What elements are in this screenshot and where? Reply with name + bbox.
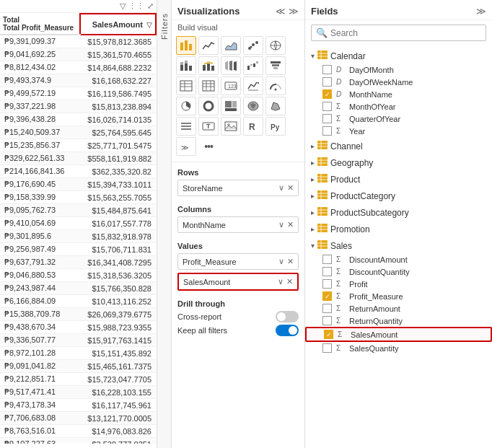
viz-rows-section: Rows StoreName ∨ ✕ [172,165,304,202]
column-filter-icon[interactable]: ▽ [146,21,152,29]
table-icon[interactable] [176,76,196,95]
python-icon[interactable]: Py [265,117,286,136]
bar-chart-icon[interactable] [176,36,196,55]
filled-map-icon[interactable] [243,97,263,115]
values-profit-box[interactable]: Profit_Measure ∨ ✕ [177,253,299,270]
columns-chevron-icon[interactable]: ∨ [278,220,284,229]
columns-field-box[interactable]: MonthName ∨ ✕ [177,216,299,233]
field-group-header-productcategory[interactable]: ▸ProductCategory [305,188,492,203]
svg-rect-74 [317,190,328,199]
field-group-header-promotion[interactable]: ▸Promotion [305,221,492,237]
field-group-header-sales[interactable]: ▾Sales [305,238,492,253]
search-input[interactable] [330,28,481,38]
field-item-salesquantity[interactable]: ΣSalesQuantity [305,342,492,354]
matrix-icon[interactable] [198,76,219,95]
sales-cell: $26,069,379.6775 [80,308,156,321]
field-checkbox[interactable] [322,316,332,325]
field-checkbox[interactable] [322,304,332,313]
field-checkbox[interactable] [322,343,332,353]
drill-label: Drill through [177,299,299,308]
columns-remove-icon[interactable]: ✕ [287,220,294,229]
field-checkbox[interactable] [322,291,332,301]
scatter-chart-icon[interactable] [243,36,263,55]
cross-report-toggle[interactable] [276,311,299,322]
field-item-dayofweekname[interactable]: DDayOfWeekName [305,76,492,88]
sort-icon[interactable]: ⋮⋮ [128,1,144,11]
field-item-monthname[interactable]: DMonthName [305,88,492,100]
table-top-bar: ▽ ⋮⋮ ⤢ [0,0,157,13]
ai-visuals-icon[interactable]: ≫ [176,137,196,156]
line-chart-icon[interactable] [198,36,219,55]
field-item-returnamount[interactable]: ΣReturnAmount [305,302,492,315]
values-sales-box[interactable]: SalesAmount ∨ ✕ [177,273,299,291]
ribbon-chart-icon[interactable] [221,56,241,75]
sales-cell: $14,864,688.2232 [80,61,156,74]
map-icon[interactable] [265,36,286,55]
fields-search-box[interactable]: 🔍 [311,25,486,41]
more-visuals-icon[interactable]: ••• [198,137,219,156]
card-icon[interactable]: 123 [221,76,241,95]
treemap-icon[interactable] [221,97,241,115]
field-checkbox[interactable] [322,77,332,87]
values-sales-chevron[interactable]: ∨ [278,277,284,286]
combo-chart-icon[interactable] [198,56,219,75]
image-icon[interactable] [221,117,241,136]
field-group-header-channel[interactable]: ▸Channel [305,139,492,154]
rows-remove-icon[interactable]: ✕ [287,183,294,193]
field-group-header-geography[interactable]: ▸Geography [305,155,492,170]
field-checkbox[interactable] [322,126,332,136]
keep-filters-row: Keep all filters [177,325,299,336]
field-checkbox[interactable] [322,267,332,276]
slicer-icon[interactable] [176,117,196,136]
field-checkbox[interactable] [322,114,332,123]
fields-expand-icon[interactable]: ≫ [476,6,486,17]
svg-rect-44 [225,101,232,107]
shape-map-icon[interactable] [265,97,286,115]
viz-expand-right-icon[interactable]: ≫ [289,6,299,17]
field-item-year[interactable]: ΣYear [305,125,492,137]
values-profit-remove[interactable]: ✕ [287,257,294,266]
expand-icon[interactable]: ⤢ [147,1,154,11]
rows-field-box[interactable]: StoreName ∨ ✕ [177,180,299,196]
keep-filters-label: Keep all filters [177,326,227,335]
sales-cell: $15,813,238.894 [80,100,156,113]
field-item-profit_measure[interactable]: ΣProfit_Measure [305,290,492,302]
textbox-icon[interactable]: T [198,117,219,136]
r-script-icon[interactable]: R [243,117,263,136]
stacked-bar-icon[interactable] [176,56,196,75]
field-item-monthofyear[interactable]: ΣMonthOfYear [305,100,492,113]
field-group-header-product[interactable]: ▸Product [305,172,492,187]
field-checkbox[interactable] [322,89,332,99]
field-checkbox[interactable] [322,65,332,74]
values-sales-remove[interactable]: ✕ [286,277,293,286]
field-item-returnquantity[interactable]: ΣReturnQuantity [305,315,492,327]
sales-cell: $13,121,770.0005 [80,412,156,425]
profit-cell: ₱9,637,791.32 [0,256,80,269]
gauge-icon[interactable] [265,76,286,95]
funnel-icon[interactable] [265,56,286,75]
viz-expand-left-icon[interactable]: ≪ [276,6,286,17]
field-group-header-productsubcategory[interactable]: ▸ProductSubcategory [305,205,492,220]
kpi-icon[interactable] [243,76,263,95]
field-checkbox[interactable] [322,255,332,264]
field-item-profit[interactable]: ΣProfit [305,278,492,290]
values-profit-chevron[interactable]: ∨ [278,257,284,266]
waterfall-icon[interactable] [243,56,263,75]
field-group-header-calendar[interactable]: ▾Calendar [305,48,492,63]
pie-chart-icon[interactable] [176,97,196,115]
field-item-dayofmonth[interactable]: DDayOfMonth [305,63,492,76]
filter-icon[interactable]: ▽ [120,1,126,11]
viz-icons-grid: 123 [172,33,304,159]
rows-chevron-icon[interactable]: ∨ [278,183,284,193]
field-checkbox[interactable] [324,330,333,339]
viz-columns-section: Columns MonthName ∨ ✕ [172,202,304,239]
donut-icon[interactable] [198,97,219,115]
field-item-quarterofyear[interactable]: ΣQuarterOfYear [305,113,492,125]
field-checkbox[interactable] [322,102,332,111]
area-chart-icon[interactable] [221,36,241,55]
field-item-salesamount[interactable]: ΣSalesAmount [305,327,492,342]
field-item-discountamount[interactable]: ΣDiscountAmount [305,253,492,265]
keep-filters-toggle[interactable] [276,325,299,336]
field-item-discountquantity[interactable]: ΣDiscountQuantity [305,265,492,278]
field-checkbox[interactable] [322,279,332,289]
